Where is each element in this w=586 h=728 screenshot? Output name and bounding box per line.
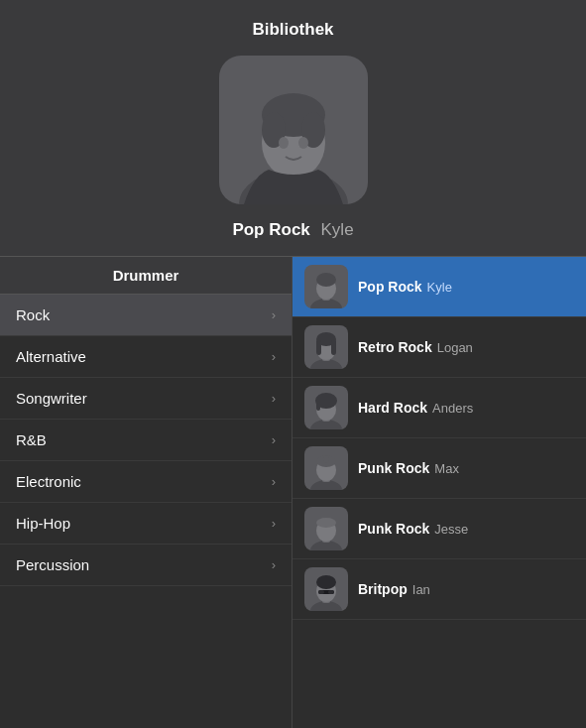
category-label: Rock — [16, 306, 50, 323]
artist-item-kyle[interactable]: Pop Rock Kyle — [293, 257, 586, 317]
category-item-electronic[interactable]: Electronic › — [0, 461, 292, 503]
left-panel: Drummer Rock › Alternative › Songwriter … — [0, 257, 293, 728]
artist-genre: Britpop — [358, 581, 408, 597]
featured-genre: Pop Rock — [232, 220, 309, 239]
category-label: Percussion — [16, 556, 89, 573]
artist-name: Kyle — [427, 280, 452, 295]
svg-point-35 — [316, 575, 336, 589]
artist-name: Ian — [412, 582, 430, 597]
avatar-anders — [304, 386, 348, 429]
artist-info-logan: Retro Rock Logan — [358, 339, 473, 355]
svg-point-7 — [298, 137, 308, 149]
artist-info-kyle: Pop Rock Kyle — [358, 279, 452, 295]
category-label: R&B — [16, 431, 47, 448]
svg-point-38 — [328, 590, 334, 594]
left-panel-header: Drummer — [0, 257, 292, 295]
artist-info-max: Punk Rock Max — [358, 460, 459, 476]
artist-item-logan[interactable]: Retro Rock Logan — [293, 317, 586, 378]
avatar-jesse — [304, 507, 348, 550]
featured-artist-info: Pop Rock Kyle — [0, 220, 586, 240]
top-section: Bibliothek Pop Rock — [0, 0, 586, 257]
chevron-right-icon: › — [272, 349, 276, 364]
featured-avatar — [219, 56, 368, 204]
chevron-right-icon: › — [272, 307, 276, 322]
category-item-percussion[interactable]: Percussion › — [0, 545, 292, 586]
chevron-right-icon: › — [272, 432, 276, 447]
chevron-right-icon: › — [272, 474, 276, 489]
app-container: Bibliothek Pop Rock — [0, 0, 586, 728]
category-label: Alternative — [16, 348, 86, 365]
svg-point-6 — [279, 137, 289, 149]
artist-info-jesse: Punk Rock Jesse — [358, 521, 468, 537]
artist-genre: Pop Rock — [358, 279, 422, 295]
artist-list: Pop Rock Kyle — [293, 257, 586, 620]
avatar-logan — [304, 325, 348, 369]
artist-name: Anders — [432, 401, 473, 416]
library-title: Bibliothek — [0, 20, 586, 40]
svg-point-37 — [318, 590, 324, 594]
category-label: Songwriter — [16, 390, 87, 407]
svg-rect-16 — [316, 339, 321, 355]
featured-name: Kyle — [321, 220, 354, 239]
avatar-ian — [304, 567, 348, 611]
category-item-hiphop[interactable]: Hip-Hop › — [0, 503, 292, 545]
svg-rect-17 — [331, 339, 336, 355]
category-item-alternative[interactable]: Alternative › — [0, 336, 292, 378]
bottom-section: Drummer Rock › Alternative › Songwriter … — [0, 257, 586, 728]
svg-rect-27 — [323, 455, 329, 463]
avatar-max — [304, 446, 348, 490]
right-panel: Pop Rock Kyle — [293, 257, 586, 728]
artist-genre: Hard Rock — [358, 400, 427, 416]
svg-rect-22 — [316, 401, 320, 411]
artist-genre: Punk Rock — [358, 521, 429, 537]
category-item-songwriter[interactable]: Songwriter › — [0, 378, 292, 420]
chevron-right-icon: › — [272, 557, 276, 572]
chevron-right-icon: › — [272, 516, 276, 531]
category-label: Electronic — [16, 473, 81, 490]
svg-point-11 — [316, 273, 336, 287]
category-label: Hip-Hop — [16, 515, 70, 532]
svg-point-31 — [316, 518, 336, 528]
artist-name: Logan — [437, 340, 473, 355]
artist-item-jesse[interactable]: Punk Rock Jesse — [293, 499, 586, 559]
artist-item-ian[interactable]: Britpop Ian — [293, 559, 586, 620]
artist-item-anders[interactable]: Hard Rock Anders — [293, 378, 586, 438]
artist-info-anders: Hard Rock Anders — [358, 400, 473, 416]
category-item-rnb[interactable]: R&B › — [0, 420, 292, 461]
category-list: Rock › Alternative › Songwriter › R&B › … — [0, 295, 292, 586]
category-item-rock[interactable]: Rock › — [0, 295, 292, 336]
avatar-kyle — [304, 265, 348, 308]
artist-name: Jesse — [434, 522, 468, 537]
artist-info-ian: Britpop Ian — [358, 581, 430, 597]
artist-item-max[interactable]: Punk Rock Max — [293, 438, 586, 499]
artist-genre: Punk Rock — [358, 460, 429, 476]
chevron-right-icon: › — [272, 391, 276, 406]
artist-genre: Retro Rock — [358, 339, 432, 355]
artist-name: Max — [434, 461, 459, 476]
